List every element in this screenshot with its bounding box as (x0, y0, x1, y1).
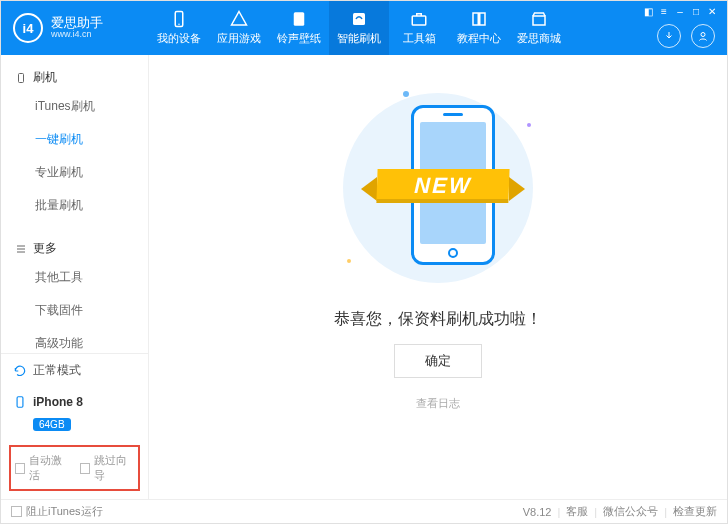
side-item-batch[interactable]: 批量刷机 (1, 189, 148, 222)
device-small-icon (15, 72, 27, 84)
options-box: 自动激活 跳过向导 (9, 445, 140, 491)
nav-label: 工具箱 (403, 31, 436, 46)
menu-icon[interactable]: ≡ (659, 7, 669, 17)
download-button[interactable] (657, 24, 681, 48)
version-label: V8.12 (523, 506, 552, 518)
auto-activate-label: 自动激活 (29, 453, 69, 483)
footer-link-wechat[interactable]: 微信公众号 (603, 504, 658, 519)
nav-flash[interactable]: 智能刷机 (329, 1, 389, 55)
nav-label: 教程中心 (457, 31, 501, 46)
svg-rect-2 (294, 12, 305, 26)
side-item-oneclick[interactable]: 一键刷机 (1, 123, 148, 156)
refresh-icon (13, 364, 27, 378)
new-ribbon: NEW (361, 163, 525, 209)
main-panel: NEW 恭喜您，保资料刷机成功啦！ 确定 查看日志 (149, 55, 727, 499)
side-item-othertools[interactable]: 其他工具 (1, 261, 148, 294)
nav-label: 应用游戏 (217, 31, 261, 46)
side-group-label: 刷机 (33, 69, 57, 86)
nav-tutorial[interactable]: 教程中心 (449, 1, 509, 55)
flash-icon (350, 10, 368, 28)
view-log-link[interactable]: 查看日志 (416, 396, 460, 411)
block-itunes-label: 阻止iTunes运行 (26, 504, 103, 519)
mode-row[interactable]: 正常模式 (1, 354, 148, 387)
footer-link-support[interactable]: 客服 (566, 504, 588, 519)
close-icon[interactable]: ✕ (707, 7, 717, 17)
brand: i4 爱思助手 www.i4.cn (1, 1, 149, 55)
side-group-flash: 刷机 iTunes刷机 一键刷机 专业刷机 批量刷机 (1, 55, 148, 226)
mode-label: 正常模式 (33, 362, 81, 379)
brand-name: 爱思助手 (51, 16, 103, 30)
ribbon-text: NEW (376, 169, 509, 203)
svg-rect-8 (17, 397, 23, 408)
brand-logo: i4 (13, 13, 43, 43)
sidebar-bottom: 正常模式 iPhone 8 64GB 自动激活 跳过向导 (1, 353, 148, 499)
book-icon (470, 10, 488, 28)
nav-label: 爱思商城 (517, 31, 561, 46)
maximize-icon[interactable]: □ (691, 7, 701, 17)
nav-tools[interactable]: 工具箱 (389, 1, 449, 55)
svg-point-6 (701, 33, 705, 37)
nav-device[interactable]: 我的设备 (149, 1, 209, 55)
skin-icon[interactable]: ◧ (643, 7, 653, 17)
storage-badge: 64GB (33, 418, 71, 431)
svg-point-1 (178, 24, 180, 26)
svg-rect-7 (19, 73, 24, 82)
side-group-label: 更多 (33, 240, 57, 257)
nav-label: 智能刷机 (337, 31, 381, 46)
side-item-itunes[interactable]: iTunes刷机 (1, 90, 148, 123)
window-controls: ◧ ≡ – □ ✕ (643, 1, 727, 17)
skip-guide-label: 跳过向导 (94, 453, 134, 483)
minimize-icon[interactable]: – (675, 7, 685, 17)
svg-rect-3 (353, 13, 365, 25)
footer-link-update[interactable]: 检查更新 (673, 504, 717, 519)
svg-rect-4 (412, 16, 426, 25)
success-message: 恭喜您，保资料刷机成功啦！ (334, 309, 542, 330)
ringtone-icon (290, 10, 308, 28)
apps-icon (230, 10, 248, 28)
app-window: i4 爱思助手 www.i4.cn 我的设备 应用游戏 铃声壁纸 智能刷机 (0, 0, 728, 524)
user-button[interactable] (691, 24, 715, 48)
shop-icon (530, 10, 548, 28)
status-bar: 阻止iTunes运行 V8.12 | 客服 | 微信公众号 | 检查更新 (1, 499, 727, 523)
sidebar: 刷机 iTunes刷机 一键刷机 专业刷机 批量刷机 更多 其他工具 下载固件 … (1, 55, 149, 499)
auto-activate-checkbox[interactable]: 自动激活 (15, 453, 70, 483)
success-illustration: NEW (333, 83, 543, 293)
nav-ring[interactable]: 铃声壁纸 (269, 1, 329, 55)
nav-label: 我的设备 (157, 31, 201, 46)
nav-label: 铃声壁纸 (277, 31, 321, 46)
block-itunes-checkbox[interactable]: 阻止iTunes运行 (11, 504, 103, 519)
phone-small-icon (13, 395, 27, 409)
app-body: 刷机 iTunes刷机 一键刷机 专业刷机 批量刷机 更多 其他工具 下载固件 … (1, 55, 727, 499)
side-item-advanced[interactable]: 高级功能 (1, 327, 148, 353)
side-group-title[interactable]: 刷机 (1, 65, 148, 90)
app-header: i4 爱思助手 www.i4.cn 我的设备 应用游戏 铃声壁纸 智能刷机 (1, 1, 727, 55)
brand-site: www.i4.cn (51, 30, 103, 40)
side-item-firmware[interactable]: 下载固件 (1, 294, 148, 327)
side-group-title[interactable]: 更多 (1, 236, 148, 261)
ok-button[interactable]: 确定 (394, 344, 482, 378)
device-name: iPhone 8 (33, 395, 83, 409)
toolbox-icon (410, 10, 428, 28)
device-row[interactable]: iPhone 8 64GB (1, 387, 148, 439)
brand-text: 爱思助手 www.i4.cn (51, 16, 103, 40)
main-nav: 我的设备 应用游戏 铃声壁纸 智能刷机 工具箱 教程中心 (149, 1, 643, 55)
skip-guide-checkbox[interactable]: 跳过向导 (80, 453, 135, 483)
side-item-pro[interactable]: 专业刷机 (1, 156, 148, 189)
side-group-more: 更多 其他工具 下载固件 高级功能 (1, 226, 148, 353)
header-actions (645, 17, 727, 55)
nav-mall[interactable]: 爱思商城 (509, 1, 569, 55)
list-icon (15, 243, 27, 255)
svg-rect-5 (533, 16, 545, 25)
nav-apps[interactable]: 应用游戏 (209, 1, 269, 55)
phone-icon (170, 10, 188, 28)
